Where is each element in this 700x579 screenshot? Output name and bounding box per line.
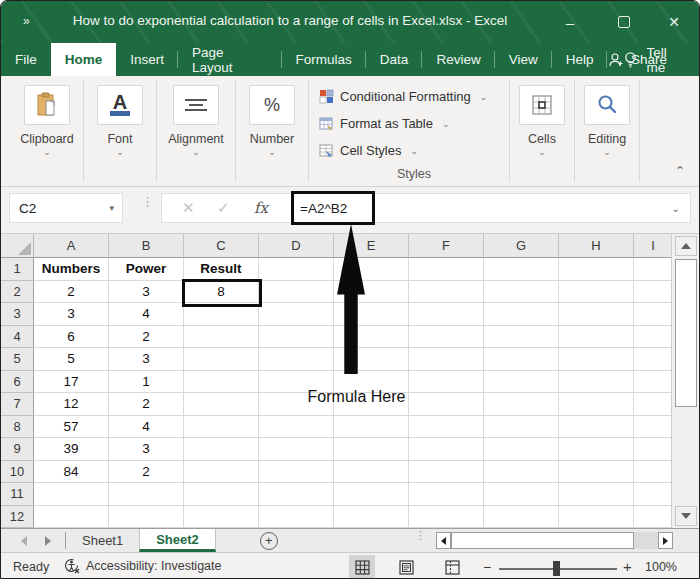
hscroll-right-button[interactable] xyxy=(658,532,673,549)
row-header-2[interactable]: 2 xyxy=(1,281,34,304)
cell-B8[interactable]: 4 xyxy=(109,416,184,439)
cell-E12[interactable] xyxy=(334,506,409,529)
cell-I10[interactable] xyxy=(634,461,673,484)
scroll-down-button[interactable] xyxy=(675,506,697,526)
cell-G12[interactable] xyxy=(484,506,559,529)
cell-F3[interactable] xyxy=(409,303,484,326)
cell-G3[interactable] xyxy=(484,303,559,326)
cell-G7[interactable] xyxy=(484,393,559,416)
cell-B1[interactable]: Power xyxy=(109,258,184,281)
editing-chevron[interactable]: ⌄ xyxy=(603,148,611,156)
cell-C6[interactable] xyxy=(184,371,259,394)
cell-D4[interactable] xyxy=(259,326,334,349)
row-header-6[interactable]: 6 xyxy=(1,371,34,394)
row-header-7[interactable]: 7 xyxy=(1,393,34,416)
tab-view[interactable]: View xyxy=(495,43,552,76)
new-sheet-button[interactable]: + xyxy=(260,532,278,550)
cell-D3[interactable] xyxy=(259,303,334,326)
conditional-formatting-button[interactable]: Conditional Formatting ⌄ xyxy=(319,83,487,110)
row-header-8[interactable]: 8 xyxy=(1,416,34,439)
zoom-out-button[interactable]: − xyxy=(483,559,491,575)
page-layout-view-button[interactable] xyxy=(393,555,419,579)
cell-A12[interactable] xyxy=(34,506,109,529)
cell-H10[interactable] xyxy=(559,461,634,484)
enter-icon[interactable]: ✓ xyxy=(217,199,230,217)
cell-C5[interactable] xyxy=(184,348,259,371)
cell-H11[interactable] xyxy=(559,483,634,506)
cell-A10[interactable]: 84 xyxy=(34,461,109,484)
normal-view-button[interactable] xyxy=(349,555,375,579)
cell-A9[interactable]: 39 xyxy=(34,438,109,461)
column-header-F[interactable]: F xyxy=(409,234,484,258)
cell-D10[interactable] xyxy=(259,461,334,484)
number-format-button[interactable]: % xyxy=(249,85,295,125)
font-button[interactable]: A xyxy=(97,85,143,125)
minimize-button[interactable]: – xyxy=(553,10,587,34)
cell-B7[interactable]: 2 xyxy=(109,393,184,416)
collapse-ribbon-chevron[interactable]: ⌃ xyxy=(675,164,685,178)
tab-file[interactable]: File xyxy=(1,43,51,76)
cell-E8[interactable] xyxy=(334,416,409,439)
cell-styles-button[interactable]: Cell Styles ⌄ xyxy=(319,137,418,164)
tab-help[interactable]: Help xyxy=(552,43,608,76)
row-header-4[interactable]: 4 xyxy=(1,326,34,349)
cell-G1[interactable] xyxy=(484,258,559,281)
zoom-slider-handle[interactable] xyxy=(553,561,560,576)
cell-F4[interactable] xyxy=(409,326,484,349)
insert-function-icon[interactable]: fx xyxy=(254,199,268,217)
maximize-button[interactable] xyxy=(607,10,641,34)
sheet-tab-sheet1[interactable]: Sheet1 xyxy=(66,529,139,552)
select-all-button[interactable] xyxy=(1,234,34,258)
number-dialog-launcher[interactable]: ⌄ xyxy=(268,148,276,156)
cell-D5[interactable] xyxy=(259,348,334,371)
cell-G5[interactable] xyxy=(484,348,559,371)
cell-B4[interactable]: 2 xyxy=(109,326,184,349)
column-header-A[interactable]: A xyxy=(34,234,109,258)
cell-H2[interactable] xyxy=(559,281,634,304)
cell-I1[interactable] xyxy=(634,258,673,281)
cell-F8[interactable] xyxy=(409,416,484,439)
cell-I5[interactable] xyxy=(634,348,673,371)
row-header-12[interactable]: 12 xyxy=(1,506,34,529)
cell-A3[interactable]: 3 xyxy=(34,303,109,326)
cell-A7[interactable]: 12 xyxy=(34,393,109,416)
cell-A11[interactable] xyxy=(34,483,109,506)
cell-C9[interactable] xyxy=(184,438,259,461)
font-dialog-launcher[interactable]: ⌄ xyxy=(116,148,124,156)
cell-B10[interactable]: 2 xyxy=(109,461,184,484)
cell-G8[interactable] xyxy=(484,416,559,439)
cell-A2[interactable]: 2 xyxy=(34,281,109,304)
cell-C10[interactable] xyxy=(184,461,259,484)
cell-I2[interactable] xyxy=(634,281,673,304)
cell-D9[interactable] xyxy=(259,438,334,461)
row-header-11[interactable]: 11 xyxy=(1,483,34,506)
cell-I7[interactable] xyxy=(634,393,673,416)
cell-G11[interactable] xyxy=(484,483,559,506)
alignment-dialog-launcher[interactable]: ⌄ xyxy=(192,148,200,156)
row-header-3[interactable]: 3 xyxy=(1,303,34,326)
cells-button[interactable] xyxy=(519,85,565,125)
cell-G10[interactable] xyxy=(484,461,559,484)
paste-button[interactable] xyxy=(24,85,70,125)
sheet-tab-sheet2[interactable]: Sheet2 xyxy=(139,529,216,552)
column-header-B[interactable]: B xyxy=(109,234,184,258)
cell-H9[interactable] xyxy=(559,438,634,461)
previous-sheet-icon[interactable] xyxy=(21,536,27,546)
tab-insert[interactable]: Insert xyxy=(116,43,178,76)
cell-B5[interactable]: 3 xyxy=(109,348,184,371)
cell-A4[interactable]: 6 xyxy=(34,326,109,349)
zoom-in-button[interactable]: + xyxy=(623,558,632,575)
cell-C4[interactable] xyxy=(184,326,259,349)
editing-button[interactable] xyxy=(584,85,630,125)
cell-A8[interactable]: 57 xyxy=(34,416,109,439)
cell-F5[interactable] xyxy=(409,348,484,371)
formula-bar-expand-chevron[interactable]: ⌄ xyxy=(672,203,680,214)
vertical-scrollbar-thumb[interactable] xyxy=(675,259,697,407)
name-box[interactable]: C2 ▾ xyxy=(9,193,123,223)
cell-D2[interactable] xyxy=(259,281,334,304)
cell-H1[interactable] xyxy=(559,258,634,281)
cell-C11[interactable] xyxy=(184,483,259,506)
tab-page-layout[interactable]: Page Layout xyxy=(178,43,282,76)
accessibility-status[interactable]: Accessibility: Investigate xyxy=(63,557,221,574)
cell-F10[interactable] xyxy=(409,461,484,484)
